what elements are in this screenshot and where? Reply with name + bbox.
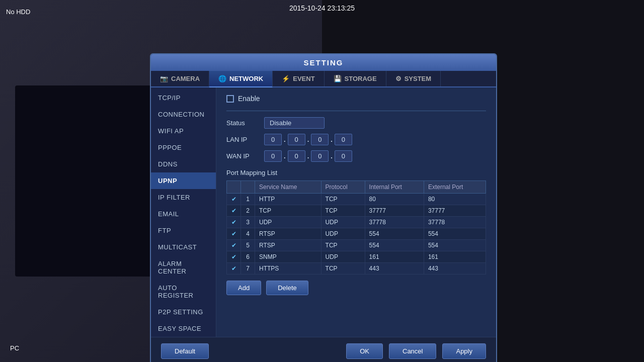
row-check[interactable]: ✔ [227, 251, 241, 263]
row-check[interactable]: ✔ [227, 217, 241, 228]
row-number: 7 [241, 263, 255, 275]
row-external-port: 554 [424, 228, 486, 240]
enable-checkbox[interactable] [226, 95, 234, 103]
check-icon: ✔ [231, 230, 236, 237]
table-row[interactable]: ✔ 5 RTSP TCP 554 554 [227, 240, 486, 251]
add-button[interactable]: Add [226, 281, 261, 295]
lan-ip-octet-3[interactable] [311, 134, 329, 145]
table-row[interactable]: ✔ 2 TCP TCP 37777 37777 [227, 205, 486, 217]
tab-event-label: EVENT [293, 75, 314, 82]
dialog-content: TCP/IP CONNECTION WIFI AP PPPOE DDNS UPN… [151, 87, 496, 337]
row-service: HTTP [255, 194, 321, 205]
row-number: 3 [241, 217, 255, 228]
apply-button[interactable]: Apply [442, 343, 486, 359]
tab-storage-label: STORAGE [345, 75, 377, 82]
hdd-label: No HDD [6, 8, 30, 16]
sidebar-item-connection[interactable]: CONNECTION [151, 106, 216, 123]
row-internal-port: 37778 [365, 217, 424, 228]
tab-event[interactable]: ⚡ EVENT [273, 71, 324, 86]
sidebar: TCP/IP CONNECTION WIFI AP PPPOE DDNS UPN… [151, 87, 216, 337]
row-protocol: UDP [321, 217, 365, 228]
sidebar-item-easyspace[interactable]: EASY SPACE [151, 320, 216, 337]
col-service: Service Name [255, 181, 321, 194]
check-icon: ✔ [231, 219, 236, 226]
row-check[interactable]: ✔ [227, 263, 241, 275]
sidebar-item-wifiap[interactable]: WIFI AP [151, 123, 216, 139]
table-row[interactable]: ✔ 3 UDP UDP 37778 37778 [227, 217, 486, 228]
lan-ip-octet-2[interactable] [288, 134, 305, 145]
row-external-port: 554 [424, 240, 486, 251]
row-external-port: 443 [424, 263, 486, 275]
check-icon: ✔ [231, 196, 236, 203]
cancel-button[interactable]: Cancel [389, 343, 436, 359]
row-protocol: UDP [321, 251, 365, 263]
camera-icon: 📷 [160, 75, 168, 82]
table-row[interactable]: ✔ 6 SNMP UDP 161 161 [227, 251, 486, 263]
row-service: UDP [255, 217, 321, 228]
default-button[interactable]: Default [161, 343, 209, 359]
row-protocol: TCP [321, 263, 365, 275]
dialog-title: SETTING [151, 54, 496, 71]
row-internal-port: 443 [365, 263, 424, 275]
table-btn-row: Add Delete [226, 281, 486, 295]
row-external-port: 161 [424, 251, 486, 263]
sidebar-item-email[interactable]: EMAIL [151, 206, 216, 222]
lan-ip-label: LAN IP [226, 136, 259, 143]
tab-storage[interactable]: 💾 STORAGE [325, 71, 386, 86]
sidebar-item-autoregister[interactable]: AUTO REGISTER [151, 280, 216, 304]
lan-ip-row: LAN IP . . . [226, 134, 486, 145]
wan-ip-octet-3[interactable] [311, 150, 329, 162]
wan-ip-label: WAN IP [226, 152, 259, 160]
table-row[interactable]: ✔ 4 RTSP UDP 554 554 [227, 228, 486, 240]
sidebar-item-multicast[interactable]: MULTICAST [151, 239, 216, 255]
sidebar-item-tcpip[interactable]: TCP/IP [151, 89, 216, 106]
col-num [241, 181, 255, 194]
sidebar-item-p2psetting[interactable]: P2P SETTING [151, 304, 216, 320]
delete-button[interactable]: Delete [266, 281, 308, 295]
row-internal-port: 161 [365, 251, 424, 263]
sidebar-item-alarmcenter[interactable]: ALARM CENTER [151, 255, 216, 280]
lan-ip-octet-1[interactable] [264, 134, 282, 145]
wan-ip-octet-4[interactable] [335, 150, 352, 162]
timestamp: 2015-10-24 23:13:25 [289, 4, 355, 12]
row-protocol: UDP [321, 228, 365, 240]
tab-camera[interactable]: 📷 CAMERA [151, 71, 209, 86]
enable-divider [226, 111, 486, 111]
lan-ip-octet-4[interactable] [335, 134, 352, 145]
main-panel: Enable Status Disable LAN IP . . . [216, 87, 496, 337]
row-internal-port: 554 [365, 240, 424, 251]
row-external-port: 37778 [424, 217, 486, 228]
wan-ip-field: . . . [264, 150, 352, 162]
row-service: SNMP [255, 251, 321, 263]
row-service: TCP [255, 205, 321, 217]
tab-network[interactable]: 🌐 NETWORK [209, 71, 273, 87]
row-check[interactable]: ✔ [227, 240, 241, 251]
tab-system[interactable]: ⚙ SYSTEM [386, 71, 441, 86]
row-protocol: TCP [321, 194, 365, 205]
row-number: 4 [241, 228, 255, 240]
network-icon: 🌐 [218, 75, 226, 82]
row-number: 1 [241, 194, 255, 205]
row-external-port: 37777 [424, 205, 486, 217]
row-check[interactable]: ✔ [227, 228, 241, 240]
sidebar-item-ftp[interactable]: FTP [151, 222, 216, 239]
wan-ip-octet-2[interactable] [288, 150, 305, 162]
sidebar-item-ipfilter[interactable]: IP FILTER [151, 189, 216, 206]
row-internal-port: 37777 [365, 205, 424, 217]
table-row[interactable]: ✔ 1 HTTP TCP 80 80 [227, 194, 486, 205]
sidebar-item-upnp[interactable]: UPNP [151, 172, 216, 189]
tab-system-label: SYSTEM [405, 75, 431, 82]
row-protocol: TCP [321, 240, 365, 251]
sidebar-item-pppoe[interactable]: PPPOE [151, 139, 216, 156]
row-protocol: TCP [321, 205, 365, 217]
table-row[interactable]: ✔ 7 HTTPS TCP 443 443 [227, 263, 486, 275]
ok-button[interactable]: OK [346, 343, 383, 359]
check-icon: ✔ [231, 242, 236, 249]
dialog-footer: Default OK Cancel Apply [151, 337, 496, 362]
row-check[interactable]: ✔ [227, 205, 241, 217]
wan-ip-octet-1[interactable] [264, 150, 282, 162]
sidebar-item-ddns[interactable]: DDNS [151, 156, 216, 172]
tab-network-label: NETWORK [229, 75, 263, 82]
row-check[interactable]: ✔ [227, 194, 241, 205]
lan-ip-field: . . . [264, 134, 352, 145]
